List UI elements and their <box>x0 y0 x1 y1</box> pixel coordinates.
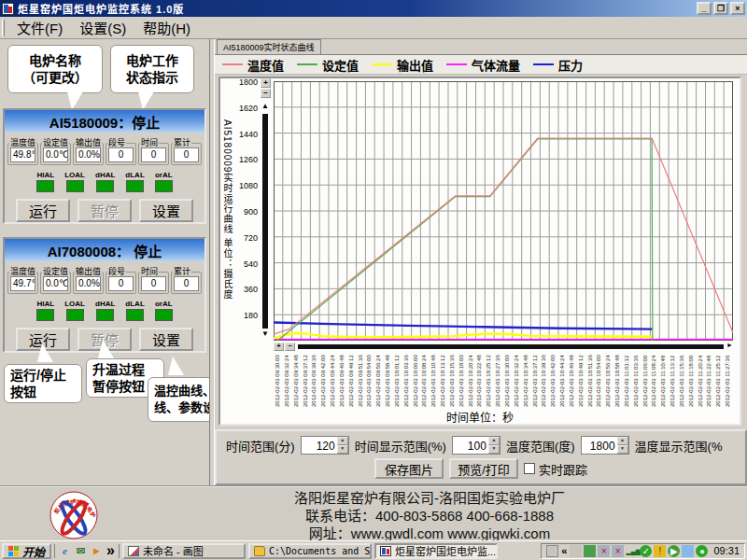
quick-launch-more-chevron[interactable]: » <box>106 542 115 559</box>
alarm-led <box>36 309 54 321</box>
spin-down-icon[interactable]: ▼ <box>488 445 500 454</box>
vertical-scrollbar[interactable] <box>262 114 268 329</box>
realtime-track-checkbox-group: 实时跟踪 <box>524 460 587 478</box>
setpoint-value[interactable]: 0.0℃ <box>43 147 68 162</box>
network-error-icon-2[interactable]: × <box>612 545 624 557</box>
callout-text: 温控曲线、历史曲 <box>154 383 206 399</box>
callout-text: 状态指示 <box>126 69 178 86</box>
zoom-in-x-button[interactable]: + <box>274 343 284 351</box>
callout-tail <box>67 91 83 110</box>
screen: 炬星窑炉国炬电炉监控系统 1.0版 _ ❐ × 文件(F) 设置(S) 帮助(H… <box>0 0 747 560</box>
maximize-button[interactable]: ❐ <box>713 2 728 15</box>
language-icon[interactable] <box>546 545 558 557</box>
spinner-arrows[interactable]: ▲▼ <box>337 437 348 454</box>
task-paint[interactable]: 未命名 - 画图 <box>122 543 246 559</box>
minimize-button[interactable]: _ <box>697 2 712 15</box>
update-icon[interactable] <box>584 545 596 557</box>
menu-file[interactable]: 文件(F) <box>8 17 71 38</box>
start-button[interactable]: 开始 <box>2 543 51 559</box>
spinner-arrows[interactable]: ▲▼ <box>488 437 500 454</box>
tray-expand-chevron[interactable]: « <box>561 545 567 556</box>
time-value[interactable]: 0 <box>141 276 166 291</box>
furnace-panel-1: AI5180009：停止 温度值 49.8℃ 设定值 0.0℃ 输出值 0.0% <box>3 108 206 224</box>
horizontal-scrollbar[interactable] <box>298 344 724 349</box>
scroll-right-icon[interactable]: ► <box>726 342 733 348</box>
scroll-up-icon[interactable]: ▲ <box>261 103 269 110</box>
status-ok-icon[interactable]: ✓ <box>640 545 652 557</box>
alarm-led <box>96 180 114 192</box>
scroll-down-icon[interactable]: ▼ <box>261 330 269 338</box>
furnace-1-alarms: HIAL LOAL dHAL dLAL <box>5 171 204 192</box>
shield-icon[interactable]: ! <box>654 545 666 557</box>
time-display-spinner[interactable]: 100 ▲▼ <box>452 436 500 455</box>
y-tick-label: 540 <box>244 259 258 269</box>
menu-settings[interactable]: 设置(S) <box>71 17 134 38</box>
temp-range-spinner[interactable]: 1800 ▲▼ <box>581 436 629 455</box>
total-value[interactable]: 0 <box>174 276 199 291</box>
y-tick-label: 1080 <box>239 181 258 190</box>
settings-button[interactable]: 设置 <box>139 199 193 222</box>
zoom-out-x-button[interactable]: − <box>285 343 295 351</box>
run-button[interactable]: 运行 <box>16 199 70 222</box>
y-tick-label: 1260 <box>239 155 258 164</box>
x-tick-label: 2012-02-03 10:18:00 <box>458 355 464 407</box>
spin-up-icon[interactable]: ▲ <box>617 437 628 445</box>
settings-button[interactable]: 设置 <box>139 328 193 351</box>
output-value[interactable]: 0.0% <box>76 276 101 291</box>
spin-down-icon[interactable]: ▼ <box>337 445 348 454</box>
signal-icon[interactable]: ▂▄▆ <box>626 545 638 557</box>
temperature-value[interactable]: 49.8℃ <box>10 147 35 162</box>
network-error-icon[interactable]: × <box>598 545 610 557</box>
close-button[interactable]: × <box>730 2 745 15</box>
output-value[interactable]: 0.0% <box>76 147 101 162</box>
language-icon[interactable] <box>570 545 582 557</box>
y-tick-label: 1800 <box>239 77 258 87</box>
tray-icons: ××▂▄▆✓!▶● <box>570 545 708 557</box>
legend-item: 设定值 <box>297 56 359 74</box>
task-label: C:\Documents and Se... <box>269 546 372 556</box>
zoom-in-y-button[interactable]: + <box>261 78 271 88</box>
update2-icon[interactable]: ● <box>696 545 708 557</box>
spinner-arrows[interactable]: ▲▼ <box>617 437 628 454</box>
time-value[interactable]: 0 <box>141 147 166 162</box>
spin-up-icon[interactable]: ▲ <box>488 437 500 445</box>
preview-print-button[interactable]: 预览/打印 <box>449 458 518 479</box>
window-title: 炬星窑炉国炬电炉监控系统 1.0版 <box>18 1 695 16</box>
spin-down-icon[interactable]: ▼ <box>617 445 628 454</box>
legend-label: 温度值 <box>247 56 284 74</box>
x-tick-label: 2012-02-03 11:27:36 <box>725 356 730 407</box>
vertical-scroll-column: + − ▲ ▼ <box>261 78 272 345</box>
quick-launch-icons: e✉► <box>59 545 103 557</box>
media-icon[interactable]: ▶ <box>668 545 680 557</box>
callout-text: 运行/停止 <box>10 367 76 384</box>
ie-icon[interactable]: e <box>59 545 71 557</box>
segment-value[interactable]: 0 <box>108 147 134 162</box>
horizontal-scroll-row: + − ◄ ► <box>274 343 733 351</box>
field-time: 时间 0 <box>138 272 169 294</box>
mail-icon[interactable]: ✉ <box>75 545 87 557</box>
menu-help[interactable]: 帮助(H) <box>134 17 199 38</box>
x-tick-label: 2012-02-03 09:54:00 <box>366 355 372 407</box>
task-monitor-app[interactable]: 炬星窑炉国炬电炉监... <box>374 543 498 559</box>
temperature-value[interactable]: 49.7℃ <box>10 276 35 291</box>
total-value[interactable]: 0 <box>174 147 199 162</box>
media-player-icon[interactable]: ► <box>91 545 103 557</box>
x-tick-label: 2012-02-03 11:15:36 <box>679 356 684 407</box>
save-image-button[interactable]: 保存图片 <box>374 458 444 479</box>
time-display-value[interactable]: 100 <box>453 437 488 454</box>
time-range-spinner[interactable]: 120 ▲▼ <box>301 436 349 455</box>
zoom-out-y-button[interactable]: − <box>261 89 271 98</box>
realtime-track-checkbox[interactable] <box>524 463 535 474</box>
temp-range-label: 温度范围(度) <box>506 437 575 455</box>
time-range-value[interactable]: 120 <box>302 437 337 454</box>
spin-up-icon[interactable]: ▲ <box>337 437 348 445</box>
task-explorer[interactable]: C:\Documents and Se... <box>248 543 372 559</box>
tab-realtime-curve[interactable]: AI5180009实时状态曲线 <box>217 39 321 54</box>
temp-range-value[interactable]: 1800 <box>582 437 617 454</box>
pause-button[interactable]: 暂停 <box>78 199 132 222</box>
segment-value[interactable]: 0 <box>108 276 134 291</box>
setpoint-value[interactable]: 0.0℃ <box>43 276 68 291</box>
legend-color-swatch <box>372 63 392 65</box>
x-tick-label: 2012-02-03 09:30:00 <box>275 355 280 407</box>
messenger-icon[interactable] <box>682 545 694 557</box>
